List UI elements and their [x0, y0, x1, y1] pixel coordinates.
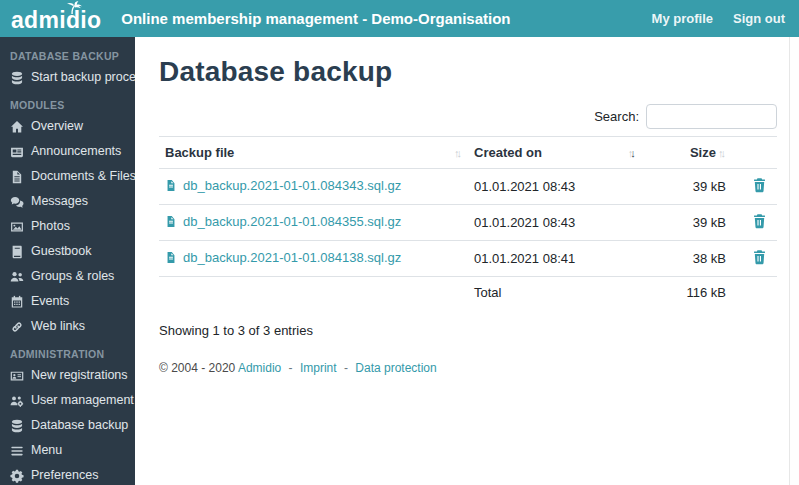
created-on-cell: 01.01.2021 08:43 — [468, 169, 642, 205]
scrollbar-track[interactable] — [789, 37, 799, 485]
sidebar-nav: DATABASE BACKUP Start backup process MOD… — [0, 37, 135, 485]
topbar-links: My profile Sign out — [652, 11, 785, 26]
imprint-link[interactable]: Imprint — [300, 361, 337, 375]
delete-backup-button[interactable] — [752, 249, 767, 268]
gear-icon — [10, 469, 24, 483]
id-card-icon — [10, 369, 24, 383]
search-label: Search: — [594, 109, 639, 124]
sidebar-item-web-links[interactable]: Web links — [0, 314, 135, 339]
sidebar-item-label: Photos — [31, 219, 70, 234]
sidebar-item-database-backup[interactable]: Database backup — [0, 413, 135, 438]
file-icon — [10, 170, 24, 184]
newspaper-icon — [10, 145, 24, 159]
table-total-row: Total 116 kB — [159, 277, 777, 309]
admidio-logo[interactable]: admidio — [11, 5, 101, 32]
size-cell: 38 kB — [642, 241, 732, 277]
sidebar-item-preferences[interactable]: Preferences — [0, 463, 135, 485]
entries-info: Showing 1 to 3 of 3 entries — [159, 323, 777, 338]
main-content: Database backup Search: Backup file ↑↓ — [135, 37, 799, 485]
backup-table: Backup file ↑↓ Created on ↑↓ — [159, 136, 777, 308]
column-header-created-on[interactable]: Created on ↑↓ — [468, 137, 642, 169]
top-header-bar: admidio Online membership management - D… — [0, 0, 799, 37]
page-title: Database backup — [159, 56, 777, 88]
home-icon — [10, 120, 24, 134]
table-row: db_backup.2021-01-01.084343.sql.gz 01.01… — [159, 169, 777, 205]
sidebar-heading-administration: ADMINISTRATION — [0, 339, 135, 363]
my-profile-link[interactable]: My profile — [652, 11, 713, 26]
bars-icon — [10, 444, 24, 458]
sidebar-item-label: Start backup process — [31, 70, 148, 85]
size-cell: 39 kB — [642, 205, 732, 241]
link-icon — [10, 320, 24, 334]
image-icon — [10, 220, 24, 234]
total-size: 116 kB — [642, 277, 732, 309]
sort-desc-icon: ↑↓ — [628, 147, 636, 159]
data-protection-link[interactable]: Data protection — [355, 361, 436, 375]
sidebar-item-overview[interactable]: Overview — [0, 114, 135, 139]
backup-file-link[interactable]: db_backup.2021-01-01.084343.sql.gz — [165, 178, 401, 193]
logo-text: admidio — [11, 7, 101, 33]
file-archive-icon — [165, 215, 177, 228]
sidebar-item-photos[interactable]: Photos — [0, 214, 135, 239]
users-gear-icon — [10, 394, 24, 408]
sidebar-heading-database-backup: DATABASE BACKUP — [0, 41, 135, 65]
sidebar-item-label: Events — [31, 294, 69, 309]
admidio-link[interactable]: Admidio — [238, 361, 281, 375]
app-window: admidio Online membership management - D… — [0, 0, 799, 485]
sidebar-item-label: Messages — [31, 194, 88, 209]
delete-backup-button[interactable] — [752, 177, 767, 196]
sidebar-item-events[interactable]: Events — [0, 289, 135, 314]
book-icon — [10, 245, 24, 259]
total-label: Total — [468, 277, 642, 309]
search-input[interactable] — [646, 104, 777, 129]
file-archive-icon — [165, 179, 177, 192]
palm-tree-icon — [62, 1, 83, 14]
sidebar-item-label: Overview — [31, 119, 83, 134]
sidebar-item-start-backup-process[interactable]: Start backup process — [0, 65, 135, 90]
app-title: Online membership management - Demo-Orga… — [121, 10, 510, 27]
users-icon — [10, 270, 24, 284]
sidebar-item-label: Database backup — [31, 418, 128, 433]
sort-icon: ↑↓ — [718, 147, 726, 159]
sidebar-heading-modules: MODULES — [0, 90, 135, 114]
sort-icon: ↑↓ — [454, 147, 462, 159]
sign-out-link[interactable]: Sign out — [733, 11, 785, 26]
backup-file-link[interactable]: db_backup.2021-01-01.084138.sql.gz — [165, 250, 401, 265]
sidebar-item-menu[interactable]: Menu — [0, 438, 135, 463]
backup-file-link[interactable]: db_backup.2021-01-01.084355.sql.gz — [165, 214, 401, 229]
database-icon — [10, 71, 24, 85]
sidebar-item-announcements[interactable]: Announcements — [0, 139, 135, 164]
delete-backup-button[interactable] — [752, 213, 767, 232]
sidebar-item-label: Web links — [31, 319, 85, 334]
sidebar-item-new-registrations[interactable]: New registrations — [0, 363, 135, 388]
table-row: db_backup.2021-01-01.084355.sql.gz 01.01… — [159, 205, 777, 241]
sidebar-item-documents-files[interactable]: Documents & Files — [0, 164, 135, 189]
page-footer: © 2004 - 2020 Admidio - Imprint - Data p… — [159, 361, 777, 375]
size-cell: 39 kB — [642, 169, 732, 205]
sidebar-item-label: Guestbook — [31, 244, 91, 259]
sidebar-item-label: Documents & Files — [31, 169, 136, 184]
sidebar-item-label: Groups & roles — [31, 269, 114, 284]
calendar-icon — [10, 295, 24, 309]
column-header-actions — [732, 137, 777, 169]
sidebar-item-label: New registrations — [31, 368, 128, 383]
sidebar-item-guestbook[interactable]: Guestbook — [0, 239, 135, 264]
sidebar-item-groups-roles[interactable]: Groups & roles — [0, 264, 135, 289]
sidebar-item-label: Preferences — [31, 468, 98, 483]
database-icon — [10, 419, 24, 433]
comments-icon — [10, 195, 24, 209]
footer-separator: - — [289, 361, 293, 375]
sidebar-item-messages[interactable]: Messages — [0, 189, 135, 214]
column-header-size[interactable]: Size ↑↓ — [642, 137, 732, 169]
footer-separator: - — [344, 361, 348, 375]
created-on-cell: 01.01.2021 08:43 — [468, 205, 642, 241]
sidebar-item-user-management[interactable]: User management — [0, 388, 135, 413]
column-header-backup-file[interactable]: Backup file ↑↓ — [159, 137, 468, 169]
created-on-cell: 01.01.2021 08:41 — [468, 241, 642, 277]
sidebar-item-label: Menu — [31, 443, 62, 458]
sidebar-item-label: User management — [31, 393, 134, 408]
trash-icon — [752, 177, 767, 196]
trash-icon — [752, 213, 767, 232]
copyright-text: © 2004 - 2020 — [159, 361, 235, 375]
table-row: db_backup.2021-01-01.084138.sql.gz 01.01… — [159, 241, 777, 277]
